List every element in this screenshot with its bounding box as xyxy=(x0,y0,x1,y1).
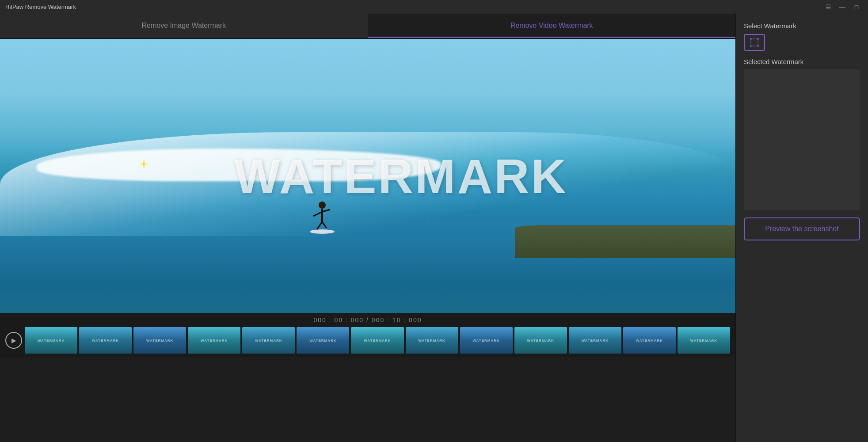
distant-land xyxy=(515,225,735,258)
thumbnail-item: WATERMARK xyxy=(188,327,240,354)
watermark-overlay: WATERMARK xyxy=(234,148,568,204)
thumbnail-item: WATERMARK xyxy=(460,327,513,354)
tab-bar: Remove Image Watermark Remove Video Wate… xyxy=(0,14,735,39)
thumbnail-label: WATERMARK xyxy=(37,338,65,343)
main-container: Remove Image Watermark Remove Video Wate… xyxy=(0,14,868,442)
titlebar-left: HitPaw Remove Watermark xyxy=(5,4,76,10)
surfer-figure xyxy=(309,196,335,236)
svg-line-4 xyxy=(322,210,330,212)
thumbnail-item: WATERMARK xyxy=(133,327,186,354)
select-watermark-label: Select Watermark xyxy=(744,22,860,30)
maximize-button[interactable]: □ xyxy=(850,2,863,12)
tab-image[interactable]: Remove Image Watermark xyxy=(0,14,368,38)
preview-screenshot-button[interactable]: Preview the screenshot xyxy=(744,217,860,240)
selected-watermark-preview xyxy=(744,69,860,210)
selected-watermark-label: Selected Watermark xyxy=(744,58,860,65)
thumbnail-item: WATERMARK xyxy=(569,327,621,354)
thumbnail-item: WATERMARK xyxy=(351,327,404,354)
thumbnail-item: WATERMARK xyxy=(678,327,730,354)
app-title: HitPaw Remove Watermark xyxy=(5,4,76,10)
svg-point-8 xyxy=(750,38,752,40)
thumbnail-item: WATERMARK xyxy=(79,327,132,354)
thumbnail-label: WATERMARK xyxy=(254,338,283,343)
right-panel: Select Watermark Selected Watermark Prev… xyxy=(735,14,868,442)
thumbnail-item: WATERMARK xyxy=(25,327,77,354)
svg-point-1 xyxy=(319,202,326,209)
crosshair-cursor: + xyxy=(140,157,148,171)
thumbnail-label: WATERMARK xyxy=(472,338,501,343)
svg-line-5 xyxy=(317,222,322,229)
minimize-button[interactable]: — xyxy=(836,2,849,12)
time-display: 000 : 00 : 000 / 000 : 10 : 000 xyxy=(5,316,730,324)
thumbnail-item: WATERMARK xyxy=(242,327,295,354)
play-button[interactable]: ▶ xyxy=(5,332,22,349)
svg-rect-7 xyxy=(751,39,758,46)
thumbnail-label: WATERMARK xyxy=(581,338,609,343)
svg-line-3 xyxy=(313,212,322,216)
selection-tool-icon xyxy=(750,38,759,47)
titlebar: HitPaw Remove Watermark ☰ — □ xyxy=(0,0,868,14)
thumbnail-label: WATERMARK xyxy=(145,338,174,343)
svg-point-10 xyxy=(750,45,752,47)
tab-video[interactable]: Remove Video Watermark xyxy=(368,14,736,38)
left-section: Remove Image Watermark Remove Video Wate… xyxy=(0,14,735,442)
thumbnail-label: WATERMARK xyxy=(308,338,337,343)
titlebar-controls: ☰ — □ xyxy=(822,2,863,12)
svg-line-6 xyxy=(322,222,327,228)
timeline-area: 000 : 00 : 000 / 000 : 10 : 000 ▶ WATERM… xyxy=(0,313,735,357)
svg-point-11 xyxy=(757,45,759,47)
video-preview[interactable]: WATERMARK + xyxy=(0,39,735,313)
thumbnail-item: WATERMARK xyxy=(514,327,567,354)
timeline-strip: ▶ WATERMARKWATERMARKWATERMARKWATERMARKWA… xyxy=(5,327,730,354)
thumbnail-label: WATERMARK xyxy=(200,338,228,343)
thumbnails: WATERMARKWATERMARKWATERMARKWATERMARKWATE… xyxy=(25,327,730,354)
thumbnail-item: WATERMARK xyxy=(297,327,349,354)
thumbnail-label: WATERMARK xyxy=(526,338,555,343)
thumbnail-label: WATERMARK xyxy=(689,338,718,343)
thumbnail-label: WATERMARK xyxy=(91,338,120,343)
video-canvas: WATERMARK + xyxy=(0,39,735,313)
menu-button[interactable]: ☰ xyxy=(822,2,834,12)
thumbnail-item: WATERMARK xyxy=(623,327,676,354)
thumbnail-item: WATERMARK xyxy=(406,327,458,354)
svg-point-0 xyxy=(310,229,335,234)
svg-point-9 xyxy=(757,38,759,40)
thumbnail-label: WATERMARK xyxy=(363,338,392,343)
select-watermark-button[interactable] xyxy=(744,34,765,51)
thumbnail-label: WATERMARK xyxy=(417,338,446,343)
thumbnail-label: WATERMARK xyxy=(635,338,664,343)
